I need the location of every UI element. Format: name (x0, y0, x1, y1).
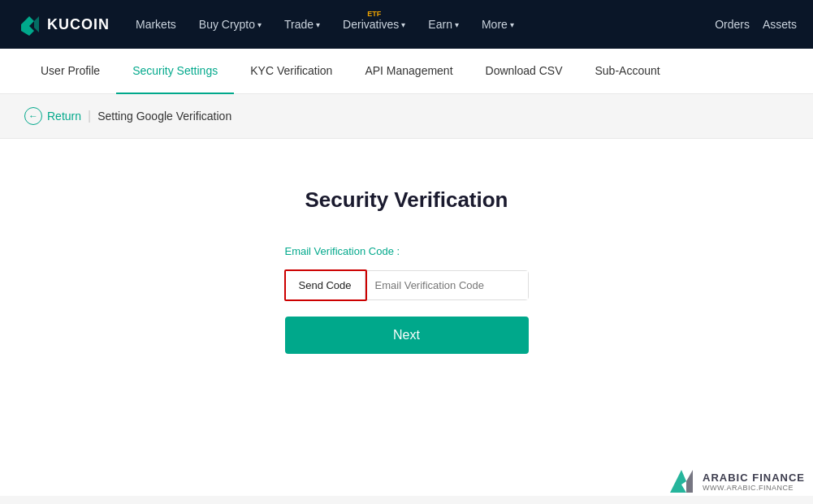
tab-security-settings[interactable]: Security Settings (116, 49, 234, 94)
etf-badge: ETF (367, 10, 381, 18)
breadcrumb-separator: | (88, 109, 91, 123)
tab-user-profile[interactable]: User Profile (24, 49, 116, 94)
secondary-navigation: User Profile Security Settings KYC Verif… (0, 49, 813, 94)
chevron-down-icon: ▾ (455, 20, 459, 29)
page-title: Security Verification (305, 187, 508, 213)
watermark-text: ARABIC FINANCE WWW.ARABIC.FINANCE (703, 472, 805, 492)
next-button[interactable]: Next (285, 317, 529, 354)
kucoin-logo-text: KUCOIN (47, 16, 110, 33)
return-arrow-icon: ← (24, 107, 42, 125)
nav-right: Orders Assets (715, 18, 797, 31)
return-label: Return (47, 110, 81, 123)
field-label: Email Verification Code : (285, 245, 529, 257)
chevron-down-icon: ▾ (510, 20, 514, 29)
svg-marker-2 (670, 470, 686, 493)
main-content: Security Verification Email Verification… (0, 139, 813, 496)
arabic-finance-icon (667, 467, 696, 496)
verification-form: Email Verification Code : Send Code Next (285, 245, 529, 354)
nav-orders[interactable]: Orders (715, 18, 750, 31)
svg-marker-1 (34, 16, 39, 32)
watermark: ARABIC FINANCE WWW.ARABIC.FINANCE (667, 467, 805, 496)
nav-assets[interactable]: Assets (763, 18, 797, 31)
breadcrumb-current-page: Setting Google Verification (97, 110, 231, 123)
nav-trade[interactable]: Trade ▾ (275, 11, 330, 37)
nav-more[interactable]: More ▾ (472, 11, 524, 37)
watermark-line1: ARABIC FINANCE (703, 472, 805, 484)
nav-earn[interactable]: Earn ▾ (418, 11, 469, 37)
breadcrumb: ← Return | Setting Google Verification (0, 94, 813, 139)
nav-buy-crypto[interactable]: Buy Crypto ▾ (189, 11, 271, 37)
svg-marker-0 (21, 16, 34, 36)
nav-markets[interactable]: Markets (126, 11, 186, 37)
tab-kyc-verification[interactable]: KYC Verification (234, 49, 348, 94)
send-code-button[interactable]: Send Code (286, 271, 365, 299)
email-verification-input[interactable] (365, 271, 528, 299)
return-button[interactable]: ← Return (24, 107, 81, 125)
tab-sub-account[interactable]: Sub-Account (578, 49, 676, 94)
tab-api-management[interactable]: API Management (348, 49, 469, 94)
send-code-cell: Send Code (286, 271, 365, 299)
chevron-down-icon: ▾ (257, 20, 262, 29)
chevron-down-icon: ▾ (316, 20, 320, 29)
tab-download-csv[interactable]: Download CSV (469, 49, 579, 94)
logo[interactable]: KUCOIN (16, 11, 110, 37)
watermark-line2: WWW.ARABIC.FINANCE (703, 484, 805, 492)
kucoin-logo-icon (16, 11, 42, 37)
nav-items: Markets Buy Crypto ▾ Trade ▾ ETF Derivat… (126, 11, 715, 37)
svg-marker-3 (686, 470, 693, 493)
email-code-input-group: Send Code (285, 270, 529, 300)
top-navigation: KUCOIN Markets Buy Crypto ▾ Trade ▾ ETF … (0, 0, 813, 49)
nav-derivatives[interactable]: ETF Derivatives ▾ (333, 11, 415, 37)
chevron-down-icon: ▾ (401, 20, 405, 29)
